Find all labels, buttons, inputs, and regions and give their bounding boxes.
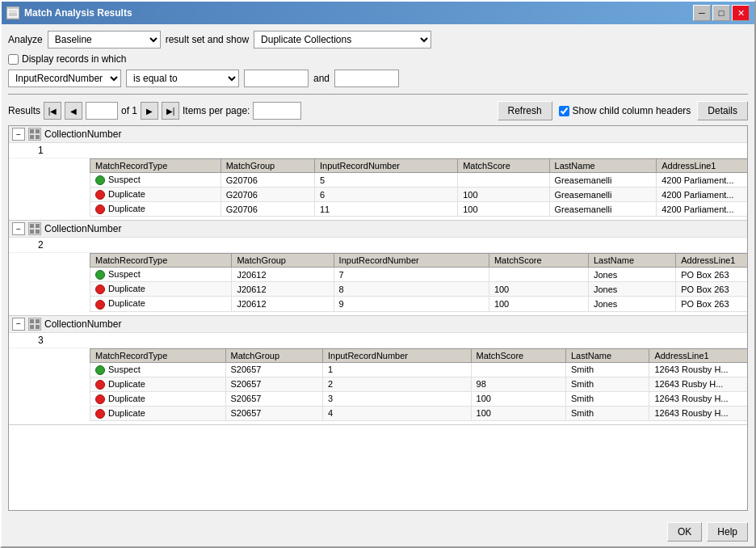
collection-header-label: CollectionNumber [44,129,121,140]
table-cell: 4 [322,406,471,420]
title-bar: Match Analysis Results ─ □ ✕ [2,2,754,24]
minimize-button[interactable]: ─ [693,5,711,21]
next-page-button[interactable]: ▶ [141,102,158,120]
filter-op-select[interactable]: is equal to [126,70,239,87]
toolbar-row: Analyze Baseline result set and show Dup… [8,31,748,48]
grid-icon [28,222,41,235]
table-cell: 4200 Parliament... [657,188,748,202]
inner-table: MatchRecordTypeMatchGroupInputRecordNumb… [90,158,748,217]
title-bar-left: Match Analysis Results [6,6,132,19]
svg-rect-0 [8,10,18,17]
maximize-button[interactable]: □ [712,5,730,21]
page-number-input[interactable]: 1 [86,102,118,120]
pager-row: Results |◀ ◀ 1 of 1 ▶ ▶| Items per page:… [8,102,301,120]
table-cell: 100 [458,202,549,217]
collection-header: −CollectionNumber [9,126,747,143]
svg-rect-2 [30,129,34,133]
show-type-select[interactable]: Duplicate Collections All Records Suspec… [254,31,431,48]
table-cell: PO Box 263 [676,297,748,311]
table-cell: 7 [334,268,489,282]
table-row: DuplicateJ206129100JonesPO Box 263 [90,297,749,311]
table-cell: 12643 Rousby H... [649,391,748,406]
inner-table: MatchRecordTypeMatchGroupInputRecordNumb… [90,348,748,421]
expand-icon[interactable]: − [12,222,25,235]
column-header: LastName [588,254,675,268]
svg-rect-5 [36,135,40,139]
table-cell: 12643 Rousby H... [649,362,748,377]
table-cell: S20657 [225,377,322,391]
svg-rect-4 [30,135,34,139]
display-records-label: Display records in which [22,53,126,65]
title-controls: ─ □ ✕ [693,5,750,21]
expand-icon[interactable]: − [12,128,25,141]
column-header: MatchRecordType [90,348,226,362]
refresh-button[interactable]: Refresh [498,101,552,120]
table-cell: 5 [314,173,457,188]
data-area[interactable]: −CollectionNumber1MatchRecordTypeMatchGr… [8,125,748,511]
svg-rect-13 [36,325,40,329]
inner-table: MatchRecordTypeMatchGroupInputRecordNumb… [90,253,748,311]
column-header: AddressLine1 [676,254,748,268]
table-row: SuspectG207065Greasemanelli4200 Parliame… [90,173,749,188]
svg-rect-7 [36,224,40,228]
details-button[interactable]: Details [697,101,748,120]
and-label: and [313,73,330,84]
results-label: Results [8,105,40,116]
expand-icon[interactable]: − [12,318,25,331]
table-cell: 100 [471,406,565,420]
prev-page-button[interactable]: ◀ [65,102,82,120]
table-cell [458,173,549,188]
table-cell: 12643 Rousby H... [649,406,748,420]
help-button[interactable]: Help [707,522,748,542]
table-cell: 100 [489,297,588,311]
filter-value2-input[interactable] [334,70,399,87]
column-header: MatchGroup [225,348,322,362]
last-page-button[interactable]: ▶| [162,102,179,120]
table-cell [471,362,565,377]
column-header: MatchScore [489,254,588,268]
table-cell: J20612 [232,297,334,311]
close-button[interactable]: ✕ [732,5,750,21]
first-page-button[interactable]: |◀ [44,102,61,120]
table-cell: Greasemanelli [549,202,657,217]
column-header: AddressLine1 [657,159,748,173]
duplicate-icon [95,409,105,419]
page-of-label: of 1 [121,105,137,116]
show-child-headers-checkbox[interactable] [559,106,569,116]
table-cell: 9 [334,297,489,311]
collection-group-3: −CollectionNumber3MatchRecordTypeMatchGr… [9,316,747,425]
filter-field-select[interactable]: InputRecordNumber [8,70,121,87]
duplicate-icon [95,394,105,404]
collection-header-label: CollectionNumber [44,318,121,330]
column-header: LastName [549,159,657,173]
items-per-page-label: Items per page: [183,105,250,116]
column-header: MatchGroup [220,159,314,173]
filter-value1-input[interactable] [244,70,309,87]
duplicate-icon [95,204,105,214]
table-cell: 100 [471,391,565,406]
table-cell: Greasemanelli [549,173,657,188]
content-area: Analyze Baseline result set and show Dup… [2,24,754,517]
items-per-page-input[interactable]: 10000 [253,102,301,120]
svg-rect-10 [30,319,34,323]
table-cell: J20612 [232,268,334,282]
table-cell: Greasemanelli [549,188,657,202]
duplicate-icon [95,285,105,294]
table-cell: Smith [565,362,649,377]
table-row: DuplicateS20657298Smith12643 Rusby H... [90,377,749,391]
table-row: DuplicateG207066100Greasemanelli4200 Par… [90,188,749,202]
table-cell: 1 [322,362,471,377]
table-cell: 6 [314,188,457,202]
table-row: DuplicateJ206128100JonesPO Box 263 [90,282,749,297]
table-cell: G20706 [220,202,314,217]
table-cell: Smith [565,391,649,406]
filter-row: InputRecordNumber is equal to and [8,70,748,87]
grid-icon [28,318,41,331]
column-header: MatchScore [458,159,549,173]
table-row: DuplicateS206574100Smith12643 Rousby H..… [90,406,749,420]
duplicate-icon [95,190,105,200]
analyze-select[interactable]: Baseline [48,31,161,48]
ok-button[interactable]: OK [667,522,702,542]
suspect-icon [95,270,105,280]
display-records-checkbox[interactable] [8,54,19,65]
